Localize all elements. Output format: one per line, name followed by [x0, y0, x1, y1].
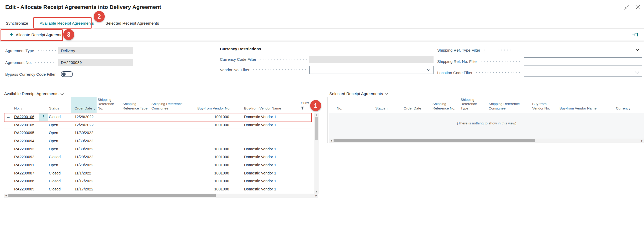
- row-context-menu-cell[interactable]: ⋮: [39, 113, 48, 121]
- shipping-ref-no-filter-input[interactable]: [524, 57, 642, 65]
- location-code-filter-label: Location Code Filter: [437, 70, 472, 75]
- action-bar: Allocate Receipt Agreement: [0, 29, 644, 41]
- vendor-no-text: 1001000: [214, 187, 229, 191]
- column-header-buy-from-vendor-name[interactable]: Buy-from Vendor Name: [233, 97, 298, 113]
- order-date-cell: 11/30/2022: [71, 147, 97, 151]
- location-code-filter-combobox[interactable]: [524, 69, 642, 77]
- agreement-no-cell[interactable]: RA2200106: [13, 115, 39, 119]
- buy-from-vendor-name-cell: Domestic Vendor 1: [233, 187, 298, 191]
- order-date-cell: 11/29/2022: [71, 155, 97, 159]
- agreement-no-link[interactable]: RA2200086: [14, 179, 34, 183]
- currency-code-filter-label: Currency Code Filter: [220, 57, 256, 62]
- status-cell: Closed: [48, 187, 71, 191]
- pin-icon[interactable]: [632, 31, 640, 38]
- column-header-menu: [39, 97, 48, 113]
- column-header-shipping-reference-no[interactable]: Shipping Reference No.: [426, 97, 457, 113]
- table-row[interactable]: RA2200105Open12/29/20221001000Domestic V…: [4, 121, 310, 129]
- column-header-currency[interactable]: Currency: [298, 97, 310, 113]
- vertical-scrollbar-thumb[interactable]: [315, 117, 318, 140]
- selected-table-caption[interactable]: Selected Receipt Agreements: [329, 90, 644, 97]
- column-header-no[interactable]: No.↓: [13, 97, 39, 113]
- scroll-down-arrow[interactable]: ▼: [314, 190, 319, 194]
- table-row[interactable]: RA2200092Closed11/29/20221001000Domestic…: [4, 153, 310, 161]
- column-header-shipping-reference-consignee[interactable]: Shipping Reference Consignee: [150, 97, 196, 113]
- column-header-shipping-reference-type[interactable]: Shipping Reference Type: [457, 97, 485, 113]
- row-context-menu-icon[interactable]: ⋮: [41, 114, 45, 119]
- column-header-status[interactable]: Status↑: [369, 97, 399, 113]
- scroll-left-arrow[interactable]: ◀: [329, 139, 333, 143]
- scroll-right-arrow[interactable]: ▶: [640, 139, 644, 143]
- agreement-no-link[interactable]: RA2200106: [14, 115, 34, 119]
- chevron-down-icon: [385, 91, 388, 96]
- available-table-header: No.↓ Status Order Date⌄ Shipping Referen…: [4, 97, 310, 113]
- table-row[interactable]: →RA2200106⋮Closed12/29/20221001000Domest…: [4, 113, 310, 121]
- buy-from-vendor-name-cell: Domestic Vendor 1: [233, 171, 298, 175]
- dotted-leader: [481, 61, 521, 62]
- agreement-no-cell[interactable]: RA2200091: [13, 163, 39, 167]
- allocate-receipt-agreement-label: Allocate Receipt Agreement: [16, 32, 66, 37]
- toggle-knob: [62, 73, 66, 76]
- agreement-no-cell[interactable]: RA2200095: [13, 131, 39, 135]
- table-row[interactable]: RA2200095Open11/30/2022: [4, 129, 310, 137]
- column-header-status[interactable]: Status: [48, 97, 71, 113]
- column-header-currency[interactable]: Currency: [609, 97, 644, 113]
- agreement-no-link[interactable]: RA2200087: [14, 171, 34, 175]
- table-row[interactable]: RA2200085Closed11/17/20221001000Domestic…: [4, 185, 310, 193]
- scroll-left-arrow[interactable]: ◀: [4, 194, 8, 198]
- column-header-shipping-reference-no[interactable]: Shipping Reference No.: [97, 97, 122, 113]
- horizontal-scrollbar-thumb[interactable]: [8, 194, 216, 197]
- horizontal-scrollbar-thumb[interactable]: [334, 139, 535, 142]
- agreement-no-cell[interactable]: RA2200087: [13, 171, 39, 175]
- sort-descending-icon: ↓: [21, 107, 22, 111]
- column-header-buy-from-vendor-no[interactable]: Buy-from Vendor No.: [527, 97, 556, 113]
- column-header-no[interactable]: No.: [329, 97, 369, 113]
- bypass-currency-code-filter-toggle[interactable]: [61, 71, 73, 77]
- buy-from-vendor-no-cell[interactable]: 1001000: [196, 115, 233, 119]
- agreement-no-link[interactable]: RA2200095: [14, 131, 34, 135]
- vendor-no-filter-combobox[interactable]: [309, 66, 434, 74]
- tab-synchronize[interactable]: Synchronize: [5, 19, 29, 28]
- row-context-menu-cell: [39, 153, 48, 161]
- tab-selected-receipt-agreements[interactable]: Selected Receipt Agreements: [105, 19, 160, 28]
- row-context-menu-cell: [39, 121, 48, 129]
- available-table-caption[interactable]: Available Receipt Agreements: [4, 90, 318, 97]
- agreement-no-link[interactable]: RA2200085: [14, 187, 34, 191]
- allocate-receipt-agreement-button[interactable]: Allocate Receipt Agreement: [9, 31, 66, 39]
- column-header-shipping-reference-consignee[interactable]: Shipping Reference Consignee: [485, 97, 527, 113]
- agreement-no-link[interactable]: RA2200105: [14, 123, 34, 127]
- close-icon[interactable]: [635, 5, 640, 10]
- agreement-no-link[interactable]: RA2200091: [14, 163, 34, 167]
- column-header-buy-from-vendor-name[interactable]: Buy-from Vendor Name: [556, 97, 609, 113]
- column-header-order-date[interactable]: Order Date: [399, 97, 426, 113]
- scroll-up-arrow[interactable]: ▲: [314, 113, 319, 117]
- column-header-shipping-reference-type[interactable]: Shipping Reference Type: [122, 97, 150, 113]
- column-header-buy-from-vendor-no[interactable]: Buy-from Vendor No.: [196, 97, 233, 113]
- agreement-no-cell[interactable]: RA2200094: [13, 139, 39, 143]
- tab-available-receipt-agreements[interactable]: Available Receipt Agreements: [39, 19, 94, 28]
- agreement-no-link[interactable]: RA2200094: [14, 139, 34, 143]
- table-row[interactable]: RA2200087Closed11/1/20221001000Domestic …: [4, 169, 310, 177]
- table-row[interactable]: RA2200091Open11/29/20221001000Domestic V…: [4, 161, 310, 169]
- sort-ascending-icon: ↑: [386, 107, 388, 111]
- column-header-order-date[interactable]: Order Date⌄: [71, 97, 97, 113]
- agreement-no-field: DA2200089: [58, 59, 133, 66]
- agreement-no-link[interactable]: RA2200093: [14, 147, 34, 151]
- order-date-cell: 12/29/2022: [71, 123, 97, 127]
- agreement-no-cell[interactable]: RA2200086: [13, 179, 39, 183]
- column-menu-chevron-icon: ⌄: [93, 107, 96, 111]
- table-row[interactable]: RA2200094Open11/30/2022: [4, 137, 310, 145]
- vertical-scrollbar: ▲ ▼: [314, 113, 319, 194]
- scroll-right-arrow[interactable]: ▶: [314, 194, 318, 198]
- agreement-no-cell[interactable]: RA2200093: [13, 147, 39, 151]
- available-receipt-agreements-panel: Available Receipt Agreements No.↓ Status…: [4, 90, 318, 198]
- collapse-window-icon[interactable]: [624, 4, 630, 10]
- agreement-no-cell[interactable]: RA2200105: [13, 123, 39, 127]
- agreement-no-cell[interactable]: RA2200092: [13, 155, 39, 159]
- vendor-no-link[interactable]: 1001000: [214, 115, 229, 119]
- agreement-no-cell[interactable]: RA2200085: [13, 187, 39, 191]
- table-row[interactable]: RA2200086Closed11/17/20221001000Domestic…: [4, 177, 310, 185]
- agreement-no-link[interactable]: RA2200092: [14, 155, 34, 159]
- shipping-ref-type-filter-select[interactable]: [524, 46, 642, 54]
- row-context-menu-cell: [39, 161, 48, 169]
- table-row[interactable]: RA2200093Open11/30/20221001000Domestic V…: [4, 145, 310, 153]
